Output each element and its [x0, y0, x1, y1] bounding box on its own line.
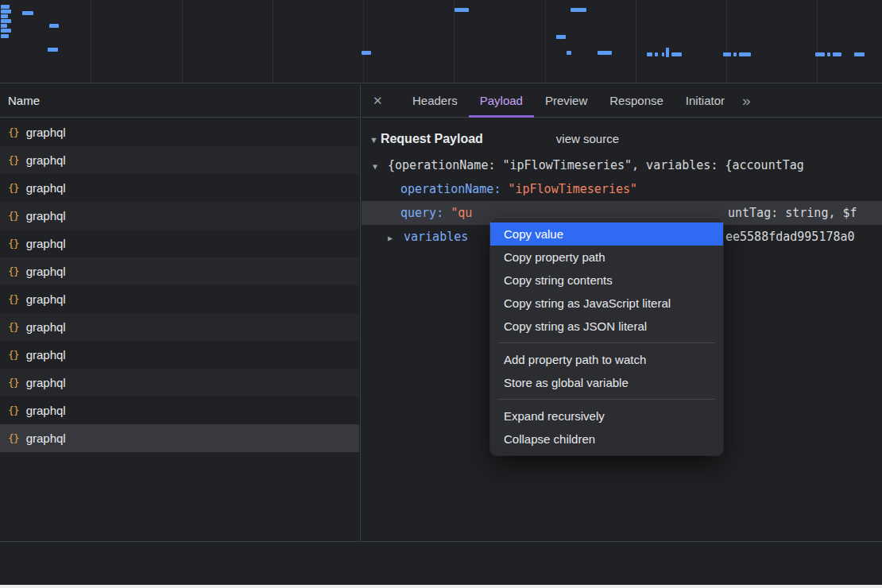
json-braces-icon: {}	[8, 349, 19, 361]
timeline-activity-bar	[733, 52, 737, 56]
timeline-activity-bar	[723, 52, 731, 56]
property-key: query:	[400, 206, 443, 220]
close-icon[interactable]: ✕	[373, 94, 401, 108]
timeline-activity-bar	[571, 8, 586, 12]
json-braces-icon: {}	[8, 182, 19, 194]
menu-item-copy-string-contents[interactable]: Copy string contents	[490, 269, 723, 292]
timeline-activity-bar	[815, 52, 825, 56]
timeline-activity-bar	[1, 34, 9, 38]
timeline-gridline	[726, 0, 727, 83]
timeline-activity-bar	[1, 14, 8, 18]
menu-item-store-as-global-variable[interactable]: Store as global variable	[490, 371, 723, 394]
json-braces-icon: {}	[8, 238, 19, 250]
request-name: graphql	[26, 348, 66, 362]
request-name: graphql	[26, 209, 66, 222]
timeline-activity-bar	[827, 52, 830, 56]
request-payload-section-header: ▼ Request Payload view source	[362, 118, 882, 146]
timeline-activity-bar	[362, 51, 371, 55]
property-key: operationName:	[400, 182, 501, 196]
request-name: graphql	[26, 404, 66, 417]
request-name: graphql	[26, 126, 66, 139]
request-payload-title: Request Payload	[381, 132, 483, 146]
json-braces-icon: {}	[8, 377, 19, 389]
json-braces-icon: {}	[8, 432, 19, 444]
request-name: graphql	[26, 431, 66, 445]
property-key: variables	[404, 230, 468, 244]
request-row[interactable]: {}graphql	[0, 146, 359, 174]
payload-row-operationname[interactable]: operationName: "ipFlowTimeseries"	[362, 177, 882, 201]
timeline-gridline	[182, 0, 183, 83]
timeline-gridline	[817, 0, 818, 83]
timeline-activity-bar	[671, 52, 682, 56]
timeline-activity-bar	[662, 52, 664, 56]
request-name: graphql	[26, 181, 66, 195]
timeline-activity-bar	[655, 52, 658, 56]
timeline-activity-bar	[1, 19, 11, 23]
json-braces-icon: {}	[8, 404, 19, 416]
menu-item-copy-property-path[interactable]: Copy property path	[490, 246, 723, 269]
disclosure-open-icon[interactable]: ▼	[369, 135, 378, 145]
timeline-activity-bar	[49, 24, 59, 28]
request-row[interactable]: {}graphql	[0, 424, 359, 452]
tab-preview[interactable]: Preview	[534, 84, 598, 118]
property-value-continued: untTag: string, $f	[728, 201, 857, 225]
timeline-gridline	[545, 0, 546, 83]
request-row[interactable]: {}graphql	[0, 230, 359, 257]
request-row[interactable]: {}graphql	[0, 257, 359, 285]
view-source-link[interactable]: view source	[556, 132, 619, 145]
menu-item-expand-recursively[interactable]: Expand recursively	[490, 404, 723, 427]
payload-root-row[interactable]: ▼{operationName: "ipFlowTimeseries", var…	[362, 153, 882, 177]
timeline-activity-bar	[556, 35, 566, 39]
property-preview-continued: ee5588fdad995178a0	[725, 225, 855, 249]
timeline-gridline	[273, 0, 273, 83]
context-menu: Copy valueCopy property pathCopy string …	[490, 218, 723, 455]
tab-headers[interactable]: Headers	[401, 84, 469, 118]
request-row[interactable]: {}graphql	[0, 118, 359, 146]
menu-item-collapse-children[interactable]: Collapse children	[490, 427, 723, 451]
disclosure-open-icon[interactable]: ▼	[373, 155, 388, 177]
timeline-activity-bar	[1, 5, 10, 9]
summary-bar	[0, 541, 882, 585]
timeline-gridline	[636, 0, 636, 83]
request-row[interactable]: {}graphql	[0, 202, 359, 230]
request-row[interactable]: {}graphql	[0, 341, 359, 369]
menu-item-add-property-path-to-watch[interactable]: Add property path to watch	[490, 348, 723, 371]
request-row[interactable]: {}graphql	[0, 313, 359, 341]
timeline-gridline	[454, 0, 455, 83]
menu-divider	[498, 399, 715, 400]
menu-item-copy-string-as-json-literal[interactable]: Copy string as JSON literal	[490, 315, 723, 338]
tab-payload[interactable]: Payload	[469, 84, 534, 118]
json-braces-icon: {}	[8, 293, 19, 305]
timeline-activity-bar	[48, 48, 58, 52]
menu-item-copy-string-as-javascript-literal[interactable]: Copy string as JavaScript literal	[490, 292, 723, 315]
request-name: graphql	[26, 292, 66, 306]
timeline-gridline	[91, 0, 91, 83]
request-row[interactable]: {}graphql	[0, 174, 359, 202]
more-tabs-icon[interactable]: »	[742, 92, 751, 110]
timeline-activity-bar	[833, 52, 841, 56]
request-row[interactable]: {}graphql	[0, 369, 359, 397]
tab-initiator[interactable]: Initiator	[675, 84, 736, 118]
request-row[interactable]: {}graphql	[0, 397, 359, 424]
request-name: graphql	[26, 320, 66, 334]
timeline-activity-bar	[598, 51, 612, 55]
requests-list: {}graphql{}graphql{}graphql{}graphql{}gr…	[0, 118, 359, 541]
network-overview-timeline[interactable]	[0, 0, 882, 83]
json-braces-icon: {}	[8, 321, 19, 333]
timeline-activity-bar	[854, 52, 865, 56]
disclosure-closed-icon[interactable]: ▶	[388, 226, 404, 249]
json-braces-icon: {}	[8, 210, 19, 222]
request-name: graphql	[26, 376, 66, 389]
timeline-activity-bar	[1, 29, 11, 33]
tab-response[interactable]: Response	[598, 84, 675, 118]
requests-panel: Name {}graphql{}graphql{}graphql{}graphq…	[0, 84, 361, 541]
json-braces-icon: {}	[8, 154, 19, 166]
menu-item-copy-value[interactable]: Copy value	[490, 222, 723, 246]
name-column-header[interactable]: Name	[0, 84, 360, 118]
timeline-activity-bar	[666, 48, 669, 57]
request-row[interactable]: {}graphql	[0, 285, 359, 313]
json-braces-icon: {}	[8, 265, 19, 277]
timeline-activity-bar	[22, 11, 33, 15]
timeline-gridline	[363, 0, 364, 83]
timeline-activity-bar	[1, 24, 7, 28]
